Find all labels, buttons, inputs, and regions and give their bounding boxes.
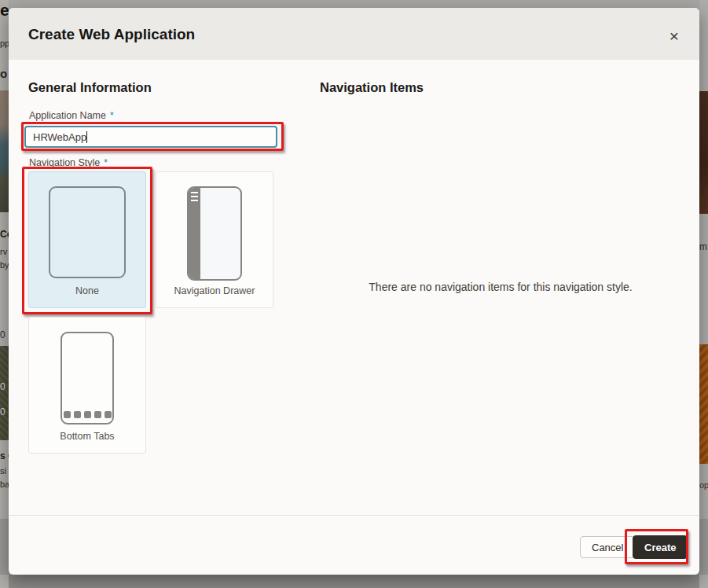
dialog-title: Create Web Application	[28, 26, 195, 43]
navigation-drawer-icon	[187, 186, 242, 281]
dialog-header: Create Web Application ×	[9, 8, 699, 60]
navigation-style-label-text: Navigation Style	[29, 157, 100, 168]
footer-divider	[9, 515, 699, 516]
background-text-fragment: o	[0, 68, 9, 79]
background-text-fragment: e	[0, 2, 9, 18]
nav-style-drawer-label: Navigation Drawer	[156, 285, 273, 296]
navigation-style-label: Navigation Style*	[29, 157, 108, 168]
close-icon[interactable]: ×	[663, 24, 685, 46]
background-text-fragment: by	[0, 261, 9, 270]
required-asterisk: *	[104, 157, 108, 168]
nav-style-none-tile[interactable]: None	[28, 171, 146, 308]
background-text-fragment: ba	[0, 480, 9, 489]
navigation-items-heading: Navigation Items	[320, 80, 424, 95]
page-overlay-left: e pp o Co rv by 0 0 0 s C si ba	[0, 0, 9, 588]
page-overlay-right: m op	[699, 0, 708, 588]
general-information-heading: General Information	[28, 80, 152, 95]
navigation-items-empty-message: There are no navigation items for this n…	[320, 281, 681, 293]
background-text-fragment: op	[699, 481, 708, 490]
application-name-input[interactable]: HRWebApp	[24, 126, 277, 148]
background-thumbnail	[0, 346, 9, 440]
background-text-fragment: pp	[0, 39, 9, 48]
background-text-fragment: 0	[0, 382, 9, 391]
page-overlay-bottom	[0, 575, 708, 588]
bottom-tabs-icon	[61, 332, 114, 424]
background-text-fragment: 0	[0, 407, 9, 417]
application-name-value: HRWebApp	[33, 131, 86, 143]
application-name-label-text: Application Name	[29, 110, 106, 121]
page-overlay-top	[9, 0, 699, 8]
nav-style-bottom-tabs-tile[interactable]: Bottom Tabs	[28, 317, 146, 454]
drawer-sidebar-shape	[189, 188, 200, 279]
background-thumbnail	[699, 91, 708, 214]
cancel-button[interactable]: Cancel	[580, 536, 635, 558]
application-name-label: Application Name*	[29, 110, 114, 121]
text-caret	[86, 131, 87, 143]
create-button[interactable]: Create	[633, 535, 688, 559]
background-text-fragment: si	[0, 467, 9, 476]
background-band	[0, 519, 9, 575]
background-text-fragment: Co	[0, 230, 9, 239]
nav-style-none-label: None	[29, 285, 145, 296]
background-thumbnail	[699, 344, 708, 464]
background-text-fragment: s C	[0, 451, 9, 461]
background-thumbnail	[0, 90, 9, 212]
background-band	[699, 519, 708, 575]
background-text-fragment: m	[699, 242, 708, 252]
nav-style-bottom-tabs-label: Bottom Tabs	[29, 431, 145, 442]
create-web-application-dialog: Create Web Application × General Informa…	[9, 8, 699, 575]
background-text-fragment: rv	[0, 248, 9, 256]
background-text-fragment: 0	[0, 330, 9, 340]
nav-style-drawer-tile[interactable]: Navigation Drawer	[156, 171, 273, 308]
required-asterisk: *	[110, 110, 114, 121]
none-style-icon	[49, 186, 126, 278]
